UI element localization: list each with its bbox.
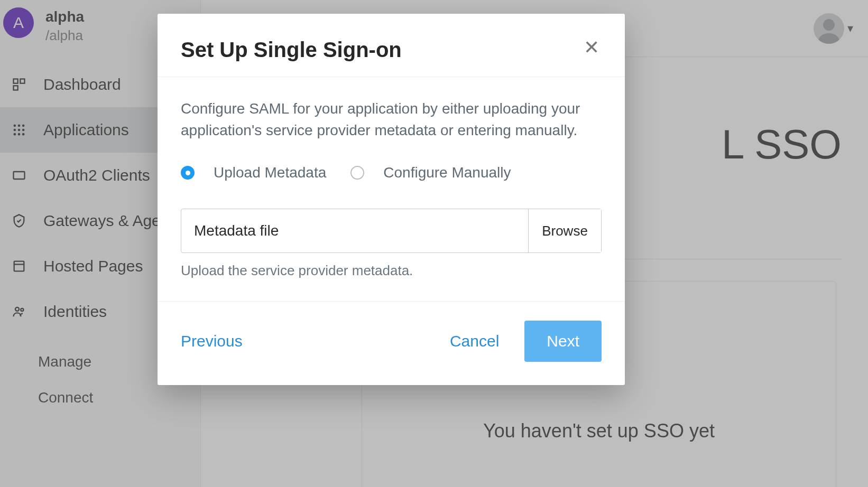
previous-button[interactable]: Previous bbox=[181, 332, 243, 350]
sso-setup-modal: Set Up Single Sign-on ✕ Configure SAML f… bbox=[158, 14, 625, 385]
radio-configure-manually[interactable] bbox=[350, 166, 364, 180]
radio-manual-label[interactable]: Configure Manually bbox=[383, 164, 511, 181]
metadata-file-help: Upload the service provider metadata. bbox=[181, 263, 602, 279]
modal-title: Set Up Single Sign-on bbox=[181, 38, 402, 62]
modal-header: Set Up Single Sign-on ✕ bbox=[158, 14, 625, 77]
radio-upload-metadata[interactable] bbox=[181, 166, 195, 180]
modal-description: Configure SAML for your application by e… bbox=[181, 98, 602, 141]
next-button[interactable]: Next bbox=[524, 321, 602, 362]
radio-upload-label[interactable]: Upload Metadata bbox=[214, 164, 326, 181]
metadata-file-input-group: Metadata file Browse bbox=[181, 209, 602, 253]
browse-button[interactable]: Browse bbox=[528, 209, 601, 252]
config-mode-radio-group: Upload Metadata Configure Manually bbox=[181, 164, 602, 181]
close-icon[interactable]: ✕ bbox=[581, 38, 602, 57]
metadata-file-label[interactable]: Metadata file bbox=[181, 209, 528, 252]
cancel-button[interactable]: Cancel bbox=[450, 332, 499, 350]
modal-body: Configure SAML for your application by e… bbox=[158, 77, 625, 301]
modal-footer: Previous Cancel Next bbox=[158, 301, 625, 385]
